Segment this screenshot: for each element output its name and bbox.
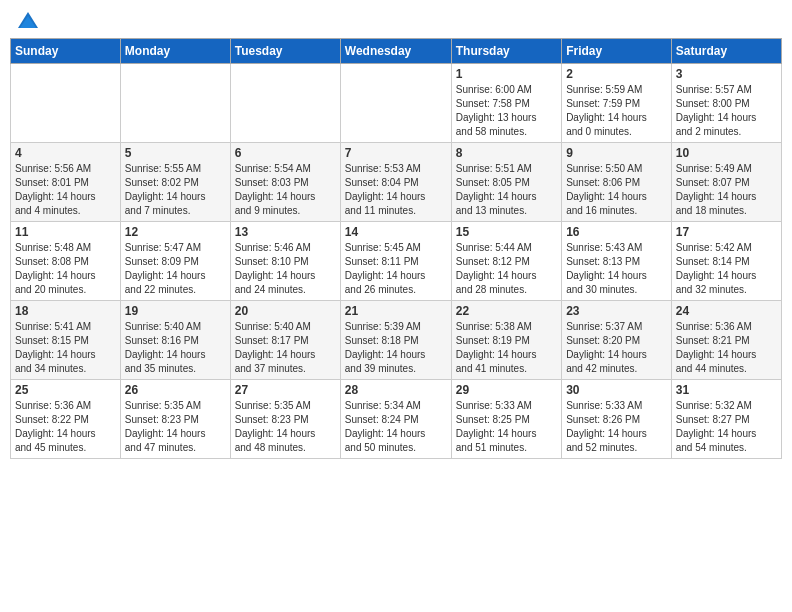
calendar-cell: 20Sunrise: 5:40 AMSunset: 8:17 PMDayligh… [230, 301, 340, 380]
day-info: Sunrise: 5:39 AMSunset: 8:18 PMDaylight:… [345, 320, 447, 376]
week-row-5: 25Sunrise: 5:36 AMSunset: 8:22 PMDayligh… [11, 380, 782, 459]
calendar-cell: 28Sunrise: 5:34 AMSunset: 8:24 PMDayligh… [340, 380, 451, 459]
calendar-cell: 31Sunrise: 5:32 AMSunset: 8:27 PMDayligh… [671, 380, 781, 459]
day-number: 25 [15, 383, 116, 397]
logo-icon [16, 10, 40, 30]
day-number: 3 [676, 67, 777, 81]
header [10, 10, 782, 30]
day-info: Sunrise: 5:46 AMSunset: 8:10 PMDaylight:… [235, 241, 336, 297]
day-info: Sunrise: 5:33 AMSunset: 8:26 PMDaylight:… [566, 399, 667, 455]
calendar-cell: 22Sunrise: 5:38 AMSunset: 8:19 PMDayligh… [451, 301, 561, 380]
day-info: Sunrise: 5:55 AMSunset: 8:02 PMDaylight:… [125, 162, 226, 218]
day-number: 29 [456, 383, 557, 397]
day-info: Sunrise: 5:49 AMSunset: 8:07 PMDaylight:… [676, 162, 777, 218]
day-info: Sunrise: 5:32 AMSunset: 8:27 PMDaylight:… [676, 399, 777, 455]
day-number: 9 [566, 146, 667, 160]
day-info: Sunrise: 6:00 AMSunset: 7:58 PMDaylight:… [456, 83, 557, 139]
day-info: Sunrise: 5:40 AMSunset: 8:16 PMDaylight:… [125, 320, 226, 376]
calendar-cell: 7Sunrise: 5:53 AMSunset: 8:04 PMDaylight… [340, 143, 451, 222]
calendar-cell: 2Sunrise: 5:59 AMSunset: 7:59 PMDaylight… [562, 64, 672, 143]
calendar-cell: 13Sunrise: 5:46 AMSunset: 8:10 PMDayligh… [230, 222, 340, 301]
day-info: Sunrise: 5:34 AMSunset: 8:24 PMDaylight:… [345, 399, 447, 455]
day-info: Sunrise: 5:59 AMSunset: 7:59 PMDaylight:… [566, 83, 667, 139]
day-info: Sunrise: 5:57 AMSunset: 8:00 PMDaylight:… [676, 83, 777, 139]
day-number: 15 [456, 225, 557, 239]
day-number: 1 [456, 67, 557, 81]
day-number: 16 [566, 225, 667, 239]
day-info: Sunrise: 5:40 AMSunset: 8:17 PMDaylight:… [235, 320, 336, 376]
calendar-cell: 18Sunrise: 5:41 AMSunset: 8:15 PMDayligh… [11, 301, 121, 380]
calendar-cell: 26Sunrise: 5:35 AMSunset: 8:23 PMDayligh… [120, 380, 230, 459]
week-row-2: 4Sunrise: 5:56 AMSunset: 8:01 PMDaylight… [11, 143, 782, 222]
day-info: Sunrise: 5:37 AMSunset: 8:20 PMDaylight:… [566, 320, 667, 376]
week-row-1: 1Sunrise: 6:00 AMSunset: 7:58 PMDaylight… [11, 64, 782, 143]
day-number: 19 [125, 304, 226, 318]
day-header-friday: Friday [562, 39, 672, 64]
day-number: 14 [345, 225, 447, 239]
day-number: 28 [345, 383, 447, 397]
logo-text [14, 10, 40, 30]
day-info: Sunrise: 5:42 AMSunset: 8:14 PMDaylight:… [676, 241, 777, 297]
calendar-cell: 10Sunrise: 5:49 AMSunset: 8:07 PMDayligh… [671, 143, 781, 222]
calendar-cell: 5Sunrise: 5:55 AMSunset: 8:02 PMDaylight… [120, 143, 230, 222]
calendar-table: SundayMondayTuesdayWednesdayThursdayFrid… [10, 38, 782, 459]
calendar-cell: 11Sunrise: 5:48 AMSunset: 8:08 PMDayligh… [11, 222, 121, 301]
calendar-cell [230, 64, 340, 143]
day-number: 2 [566, 67, 667, 81]
day-info: Sunrise: 5:43 AMSunset: 8:13 PMDaylight:… [566, 241, 667, 297]
day-number: 17 [676, 225, 777, 239]
day-info: Sunrise: 5:36 AMSunset: 8:22 PMDaylight:… [15, 399, 116, 455]
day-number: 8 [456, 146, 557, 160]
day-number: 12 [125, 225, 226, 239]
day-number: 24 [676, 304, 777, 318]
calendar-cell: 1Sunrise: 6:00 AMSunset: 7:58 PMDaylight… [451, 64, 561, 143]
calendar-cell: 21Sunrise: 5:39 AMSunset: 8:18 PMDayligh… [340, 301, 451, 380]
calendar-cell: 24Sunrise: 5:36 AMSunset: 8:21 PMDayligh… [671, 301, 781, 380]
day-header-thursday: Thursday [451, 39, 561, 64]
day-number: 30 [566, 383, 667, 397]
day-number: 5 [125, 146, 226, 160]
calendar-cell: 3Sunrise: 5:57 AMSunset: 8:00 PMDaylight… [671, 64, 781, 143]
day-info: Sunrise: 5:53 AMSunset: 8:04 PMDaylight:… [345, 162, 447, 218]
day-header-tuesday: Tuesday [230, 39, 340, 64]
calendar-cell: 9Sunrise: 5:50 AMSunset: 8:06 PMDaylight… [562, 143, 672, 222]
calendar-cell [340, 64, 451, 143]
day-info: Sunrise: 5:44 AMSunset: 8:12 PMDaylight:… [456, 241, 557, 297]
calendar-cell: 6Sunrise: 5:54 AMSunset: 8:03 PMDaylight… [230, 143, 340, 222]
calendar-cell: 27Sunrise: 5:35 AMSunset: 8:23 PMDayligh… [230, 380, 340, 459]
calendar-cell: 23Sunrise: 5:37 AMSunset: 8:20 PMDayligh… [562, 301, 672, 380]
calendar-cell: 25Sunrise: 5:36 AMSunset: 8:22 PMDayligh… [11, 380, 121, 459]
day-number: 10 [676, 146, 777, 160]
calendar-cell: 16Sunrise: 5:43 AMSunset: 8:13 PMDayligh… [562, 222, 672, 301]
day-number: 23 [566, 304, 667, 318]
day-number: 4 [15, 146, 116, 160]
calendar-cell: 8Sunrise: 5:51 AMSunset: 8:05 PMDaylight… [451, 143, 561, 222]
day-number: 11 [15, 225, 116, 239]
day-header-sunday: Sunday [11, 39, 121, 64]
week-row-4: 18Sunrise: 5:41 AMSunset: 8:15 PMDayligh… [11, 301, 782, 380]
calendar-cell: 4Sunrise: 5:56 AMSunset: 8:01 PMDaylight… [11, 143, 121, 222]
day-number: 31 [676, 383, 777, 397]
day-number: 20 [235, 304, 336, 318]
day-info: Sunrise: 5:41 AMSunset: 8:15 PMDaylight:… [15, 320, 116, 376]
calendar-cell: 30Sunrise: 5:33 AMSunset: 8:26 PMDayligh… [562, 380, 672, 459]
day-info: Sunrise: 5:56 AMSunset: 8:01 PMDaylight:… [15, 162, 116, 218]
calendar-cell [11, 64, 121, 143]
day-header-monday: Monday [120, 39, 230, 64]
day-number: 13 [235, 225, 336, 239]
day-info: Sunrise: 5:45 AMSunset: 8:11 PMDaylight:… [345, 241, 447, 297]
calendar-cell: 15Sunrise: 5:44 AMSunset: 8:12 PMDayligh… [451, 222, 561, 301]
calendar-cell: 17Sunrise: 5:42 AMSunset: 8:14 PMDayligh… [671, 222, 781, 301]
calendar-cell: 12Sunrise: 5:47 AMSunset: 8:09 PMDayligh… [120, 222, 230, 301]
day-info: Sunrise: 5:47 AMSunset: 8:09 PMDaylight:… [125, 241, 226, 297]
day-number: 27 [235, 383, 336, 397]
day-number: 6 [235, 146, 336, 160]
day-info: Sunrise: 5:50 AMSunset: 8:06 PMDaylight:… [566, 162, 667, 218]
calendar-cell: 29Sunrise: 5:33 AMSunset: 8:25 PMDayligh… [451, 380, 561, 459]
day-number: 22 [456, 304, 557, 318]
day-number: 21 [345, 304, 447, 318]
day-info: Sunrise: 5:36 AMSunset: 8:21 PMDaylight:… [676, 320, 777, 376]
day-number: 26 [125, 383, 226, 397]
day-info: Sunrise: 5:33 AMSunset: 8:25 PMDaylight:… [456, 399, 557, 455]
header-row: SundayMondayTuesdayWednesdayThursdayFrid… [11, 39, 782, 64]
